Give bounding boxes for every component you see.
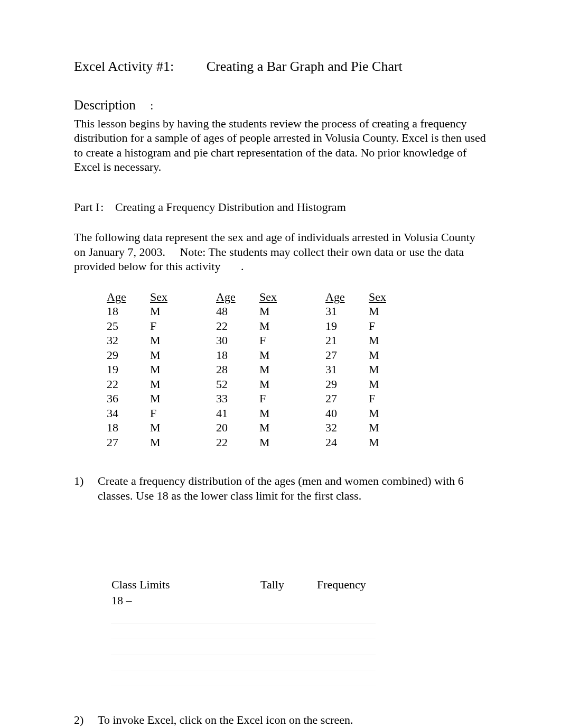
age-cell: 30 (216, 333, 259, 348)
tally-blank-cell (228, 624, 316, 640)
sex-cell: M (369, 304, 395, 319)
tally-blank-row (111, 639, 376, 655)
q1-text: Create a frequency distribution of the a… (98, 474, 487, 503)
q1-number: 1) (74, 474, 98, 503)
data-column: AgeSex48M22M30F18M28M52M33F41M20M22M (216, 290, 286, 450)
sex-cell: M (259, 435, 286, 450)
data-row: 29M (107, 348, 176, 363)
data-header-row: AgeSex (216, 290, 286, 305)
sex-cell: M (369, 377, 395, 392)
data-row: 19F (325, 319, 395, 334)
data-row: 22M (216, 435, 286, 450)
data-row: 29M (325, 377, 395, 392)
data-row: 36M (107, 391, 176, 406)
tally-header-freq: Frequency (316, 577, 376, 593)
age-cell: 29 (325, 377, 369, 392)
description-colon: : (150, 98, 153, 113)
part1-text: Creating a Frequency Distribution and Hi… (115, 200, 346, 215)
part1-colon: : (100, 200, 104, 215)
document-page: Excel Activity #1: Creating a Bar Graph … (0, 0, 561, 728)
age-cell: 21 (325, 333, 369, 348)
data-row: 18M (107, 304, 176, 319)
tally-blank-cell (111, 624, 228, 640)
tally-blank-cell (228, 655, 316, 671)
age-cell: 27 (325, 348, 369, 363)
tally-blank-cell (316, 608, 376, 624)
tally-blank-cell (316, 624, 376, 640)
description-body: This lesson begins by having the student… (74, 116, 487, 174)
age-cell: 19 (325, 319, 369, 334)
data-row: 31M (325, 304, 395, 319)
tally-blank-cell (316, 655, 376, 671)
data-row: 22M (216, 319, 286, 334)
part1-label: Part I (74, 200, 99, 215)
step-text: To invoke Excel, click on the Excel icon… (98, 713, 487, 727)
data-row: 18M (107, 420, 176, 435)
data-table-group: AgeSex18M25F32M29M19M22M36M34F18M27MAgeS… (74, 290, 487, 450)
steps-list: 2)To invoke Excel, click on the Excel ic… (74, 713, 487, 728)
sex-cell: M (369, 406, 395, 421)
sex-cell: F (369, 391, 395, 406)
data-row: 20M (216, 420, 286, 435)
age-cell: 31 (325, 362, 369, 377)
tally-blank-cell (316, 639, 376, 655)
age-cell: 48 (216, 304, 259, 319)
sex-cell: M (150, 377, 176, 392)
tally-row-first: 18 – (111, 593, 376, 609)
tally-first-tally (228, 593, 316, 609)
age-cell: 32 (325, 420, 369, 435)
tally-header-tally: Tally (228, 577, 316, 593)
sex-cell: M (259, 304, 286, 319)
age-cell: 24 (325, 435, 369, 450)
data-row: 21M (325, 333, 395, 348)
age-header: Age (107, 290, 150, 305)
sex-cell: F (150, 406, 176, 421)
tally-blank-row (111, 608, 376, 624)
age-cell: 32 (107, 333, 150, 348)
tally-blank-cell (111, 639, 228, 655)
tally-blank-cell (111, 655, 228, 671)
tally-blank-cell (228, 670, 316, 686)
age-cell: 22 (216, 319, 259, 334)
sex-cell: M (150, 420, 176, 435)
tally-blank-cell (111, 608, 228, 624)
data-column: AgeSex31M19F21M27M31M29M27F40M32M24M (325, 290, 395, 450)
age-cell: 33 (216, 391, 259, 406)
tally-blank-cell (228, 639, 316, 655)
age-cell: 22 (216, 435, 259, 450)
age-cell: 18 (216, 348, 259, 363)
age-cell: 34 (107, 406, 150, 421)
age-cell: 27 (107, 435, 150, 450)
data-row: 25F (107, 319, 176, 334)
age-cell: 36 (107, 391, 150, 406)
data-row: 31M (325, 362, 395, 377)
age-cell: 25 (107, 319, 150, 334)
sex-cell: F (259, 391, 286, 406)
data-row: 32M (325, 420, 395, 435)
sex-header: Sex (369, 290, 395, 305)
title-text: Creating a Bar Graph and Pie Chart (207, 58, 403, 76)
sex-cell: F (259, 333, 286, 348)
sex-cell: M (369, 435, 395, 450)
data-row: 28M (216, 362, 286, 377)
age-cell: 20 (216, 420, 259, 435)
tally-blank-cell (228, 608, 316, 624)
data-row: 41M (216, 406, 286, 421)
data-row: 33F (216, 391, 286, 406)
age-cell: 19 (107, 362, 150, 377)
tally-blank-row (111, 624, 376, 640)
data-row: 27F (325, 391, 395, 406)
data-row: 27M (325, 348, 395, 363)
sex-cell: M (369, 348, 395, 363)
age-header: Age (325, 290, 369, 305)
age-header: Age (216, 290, 259, 305)
step-item: 2)To invoke Excel, click on the Excel ic… (74, 713, 487, 727)
age-cell: 52 (216, 377, 259, 392)
data-row: 52M (216, 377, 286, 392)
data-row: 30F (216, 333, 286, 348)
data-row: 27M (107, 435, 176, 450)
age-cell: 40 (325, 406, 369, 421)
title-label: Excel Activity #1: (74, 58, 174, 76)
sex-cell: M (150, 391, 176, 406)
intro-period: . (241, 260, 244, 273)
